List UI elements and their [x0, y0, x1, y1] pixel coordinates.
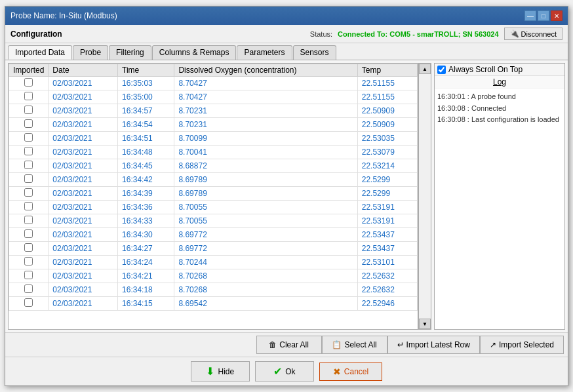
cell-checkbox-8[interactable]: [9, 187, 49, 201]
row-checkbox-0[interactable]: [24, 78, 33, 87]
tab-imported-data[interactable]: Imported Data: [8, 45, 72, 60]
cell-checkbox-10[interactable]: [9, 214, 49, 228]
table-row: 02/03/2021 16:34:21 8.70268 22.52632: [9, 269, 418, 283]
row-checkbox-12[interactable]: [24, 243, 33, 252]
cell-temp-2: 22.50909: [357, 104, 417, 118]
log-header: Always Scroll On Top: [435, 64, 564, 76]
cell-date-8: 02/03/2021: [49, 187, 118, 201]
data-table-panel: Imported Date Time Dissolved Oxygen (con…: [8, 63, 418, 330]
minimize-button[interactable]: —: [524, 10, 536, 21]
import-latest-icon: ↵: [397, 340, 404, 349]
hide-label: Hide: [218, 367, 234, 376]
tab-sensors[interactable]: Sensors: [293, 45, 336, 60]
cell-do-14: 8.70268: [174, 269, 357, 283]
cell-checkbox-0[interactable]: [9, 77, 49, 90]
row-checkbox-4[interactable]: [24, 133, 33, 142]
main-content: Imported Date Time Dissolved Oxygen (con…: [5, 60, 568, 332]
import-latest-label: Import Latest Row: [406, 340, 470, 349]
clear-all-button[interactable]: 🗑 Clear All: [256, 336, 322, 354]
cell-checkbox-1[interactable]: [9, 90, 49, 104]
cell-do-15: 8.70268: [174, 283, 357, 297]
status-area: Status: Connected To: COM5 - smarTROLL; …: [310, 28, 563, 40]
select-all-button[interactable]: 📋 Select All: [322, 336, 387, 354]
disconnect-icon: 🔌: [510, 29, 519, 38]
row-checkbox-6[interactable]: [24, 161, 33, 169]
cell-checkbox-4[interactable]: [9, 132, 49, 146]
cancel-button[interactable]: ✖ Cancel: [319, 363, 382, 381]
always-scroll-checkbox[interactable]: [437, 66, 446, 74]
scroll-up-button[interactable]: ▲: [419, 64, 431, 74]
maximize-button[interactable]: □: [538, 10, 549, 21]
cell-time-16: 16:34:15: [118, 297, 174, 311]
cell-date-5: 02/03/2021: [49, 146, 118, 159]
cell-temp-15: 22.52632: [357, 283, 417, 297]
import-selected-button[interactable]: ↗ Import Selected: [480, 336, 564, 354]
table-area: Imported Date Time Dissolved Oxygen (con…: [8, 63, 431, 330]
cell-date-3: 02/03/2021: [49, 118, 118, 132]
cell-checkbox-7[interactable]: [9, 173, 49, 187]
cell-checkbox-12[interactable]: [9, 242, 49, 256]
tabs-bar: Imported Data Probe Filtering Columns & …: [5, 43, 568, 60]
cell-do-1: 8.70427: [174, 90, 357, 104]
cell-checkbox-6[interactable]: [9, 159, 49, 173]
cell-checkbox-11[interactable]: [9, 228, 49, 242]
table-scroll[interactable]: Imported Date Time Dissolved Oxygen (con…: [9, 64, 418, 329]
cell-checkbox-14[interactable]: [9, 269, 49, 283]
scroll-down-button[interactable]: ▼: [419, 319, 431, 329]
cell-date-10: 02/03/2021: [49, 214, 118, 228]
table-row: 02/03/2021 16:34:18 8.70268 22.52632: [9, 283, 418, 297]
row-checkbox-10[interactable]: [24, 216, 33, 224]
row-checkbox-16[interactable]: [24, 298, 33, 307]
import-selected-label: Import Selected: [499, 340, 554, 349]
cell-temp-6: 22.53214: [357, 159, 417, 173]
main-window: Probe Name: In-Situ (Modbus) — □ ✕ Confi…: [5, 6, 568, 386]
cell-time-1: 16:35:00: [118, 90, 174, 104]
cell-temp-14: 22.52632: [357, 269, 417, 283]
cell-checkbox-5[interactable]: [9, 146, 49, 159]
content-area: Configuration Status: Connected To: COM5…: [5, 25, 568, 385]
cell-temp-13: 22.53101: [357, 256, 417, 269]
import-latest-row-button[interactable]: ↵ Import Latest Row: [387, 336, 480, 354]
cancel-icon: ✖: [333, 366, 341, 377]
disconnect-button[interactable]: 🔌 Disconnect: [504, 28, 563, 40]
cell-checkbox-3[interactable]: [9, 118, 49, 132]
tab-parameters[interactable]: Parameters: [237, 45, 292, 60]
cell-time-9: 16:34:36: [118, 201, 174, 214]
cell-checkbox-13[interactable]: [9, 256, 49, 269]
cell-checkbox-9[interactable]: [9, 201, 49, 214]
cell-date-4: 02/03/2021: [49, 132, 118, 146]
row-checkbox-11[interactable]: [24, 229, 33, 238]
ok-button[interactable]: ✔ Ok: [255, 361, 314, 382]
cell-date-7: 02/03/2021: [49, 173, 118, 187]
cell-checkbox-2[interactable]: [9, 104, 49, 118]
tab-columns-remaps[interactable]: Columns & Remaps: [152, 45, 237, 60]
row-checkbox-7[interactable]: [24, 174, 33, 183]
row-checkbox-3[interactable]: [24, 119, 33, 128]
table-scrollbar[interactable]: ▲ ▼: [418, 63, 431, 330]
cell-time-4: 16:34:51: [118, 132, 174, 146]
table-row: 02/03/2021 16:34:24 8.70244 22.53101: [9, 256, 418, 269]
row-checkbox-2[interactable]: [24, 106, 33, 114]
row-checkbox-14[interactable]: [24, 271, 33, 279]
row-checkbox-13[interactable]: [24, 257, 33, 265]
row-checkbox-9[interactable]: [24, 202, 33, 210]
close-button[interactable]: ✕: [551, 10, 563, 21]
tab-probe[interactable]: Probe: [73, 45, 108, 60]
row-checkbox-15[interactable]: [24, 284, 33, 293]
tab-filtering[interactable]: Filtering: [109, 45, 151, 60]
row-checkbox-1[interactable]: [24, 92, 33, 100]
cell-temp-11: 22.53437: [357, 228, 417, 242]
col-temp: Temp: [357, 64, 417, 77]
col-imported: Imported: [9, 64, 49, 77]
log-title: Log: [493, 77, 506, 87]
cell-checkbox-16[interactable]: [9, 297, 49, 311]
cell-time-15: 16:34:18: [118, 283, 174, 297]
hide-button[interactable]: ⬇ Hide: [191, 361, 250, 382]
window-title: Probe Name: In-Situ (Modbus): [10, 11, 117, 20]
row-checkbox-8[interactable]: [24, 188, 33, 197]
row-checkbox-5[interactable]: [24, 147, 33, 155]
log-entry: 16:30:08 : Last configuration is loaded: [437, 114, 562, 126]
cell-checkbox-15[interactable]: [9, 283, 49, 297]
scroll-track: [419, 74, 431, 319]
cell-time-10: 16:34:33: [118, 214, 174, 228]
